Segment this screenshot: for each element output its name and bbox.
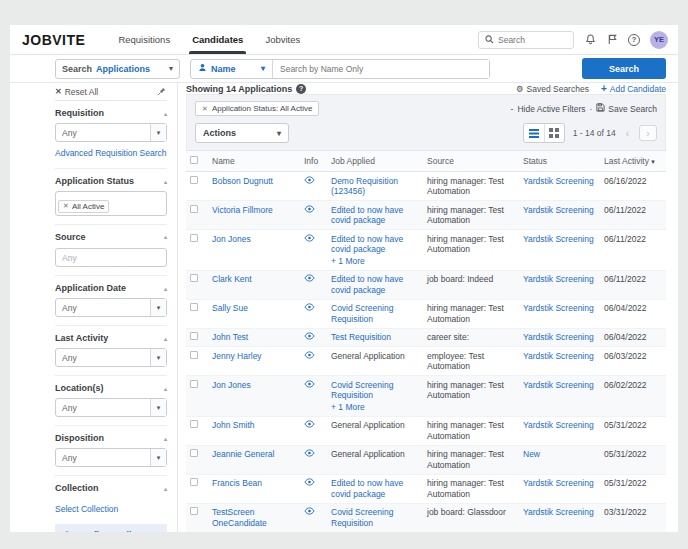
row-checkbox[interactable] bbox=[190, 507, 198, 515]
application-status-chipbox[interactable]: ✕All Active bbox=[55, 191, 167, 216]
info-eye-icon[interactable] bbox=[304, 507, 315, 517]
candidate-name-link[interactable]: TestScreen OneCandidate bbox=[212, 507, 267, 528]
nav-jobvites[interactable]: Jobvites bbox=[254, 25, 311, 54]
add-candidate-link[interactable]: +Add Candidate bbox=[601, 83, 666, 94]
info-eye-icon[interactable] bbox=[304, 420, 315, 430]
info-eye-icon[interactable] bbox=[304, 234, 315, 244]
col-source[interactable]: Source bbox=[423, 151, 519, 172]
select-all-checkbox[interactable] bbox=[190, 156, 198, 164]
actions-dropdown[interactable]: Actions ▾ bbox=[195, 123, 289, 143]
status-link[interactable]: Yardstik Screening bbox=[523, 380, 594, 390]
global-search-input[interactable] bbox=[498, 35, 568, 45]
status-link[interactable]: Yardstik Screening bbox=[523, 234, 594, 244]
job-applied-link[interactable]: Covid Screening Requisition bbox=[331, 380, 419, 401]
job-applied-link[interactable]: Edited to now have covid package bbox=[331, 205, 419, 226]
candidate-name-link[interactable]: Francis Bean bbox=[212, 478, 262, 488]
status-link[interactable]: Yardstik Screening bbox=[523, 351, 594, 361]
info-eye-icon[interactable] bbox=[304, 176, 315, 186]
global-search[interactable] bbox=[478, 31, 574, 49]
job-applied-link[interactable]: Covid Screening Requisition bbox=[331, 303, 419, 324]
configure-filters-button[interactable]: ⚙ Configure Filters bbox=[55, 524, 167, 532]
candidate-name-link[interactable]: Clark Kent bbox=[212, 274, 252, 284]
info-eye-icon[interactable] bbox=[304, 478, 315, 488]
help-icon[interactable]: ? bbox=[296, 84, 306, 94]
row-checkbox[interactable] bbox=[190, 332, 198, 340]
info-eye-icon[interactable] bbox=[304, 205, 315, 215]
collapse-icon[interactable]: ▴ bbox=[164, 335, 167, 342]
collapse-icon[interactable]: ▴ bbox=[164, 485, 167, 492]
row-checkbox[interactable] bbox=[190, 274, 198, 282]
collapse-icon[interactable]: ▴ bbox=[164, 285, 167, 292]
select-collection-link[interactable]: Select Collection bbox=[55, 504, 118, 514]
search-button[interactable]: Search bbox=[582, 58, 666, 79]
nav-candidates[interactable]: Candidates bbox=[181, 25, 254, 54]
saved-searches-link[interactable]: ⚙Saved Searches bbox=[516, 84, 589, 94]
row-checkbox[interactable] bbox=[190, 449, 198, 457]
list-view-button[interactable] bbox=[524, 124, 544, 142]
close-icon[interactable]: ✕ bbox=[63, 202, 69, 210]
job-applied-link[interactable]: Edited to now have covid package bbox=[331, 478, 419, 499]
collapse-icon[interactable]: ▴ bbox=[164, 385, 167, 392]
page-prev-button[interactable]: ‹ bbox=[624, 128, 631, 139]
grid-view-button[interactable] bbox=[544, 124, 564, 142]
candidate-name-link[interactable]: Victoria Fillmore bbox=[212, 205, 273, 215]
status-link[interactable]: Yardstik Screening bbox=[523, 274, 594, 284]
more-jobs-link[interactable]: + 1 More bbox=[331, 402, 419, 413]
advanced-requisition-search-link[interactable]: Advanced Requisition Search bbox=[55, 148, 167, 158]
info-eye-icon[interactable] bbox=[304, 351, 315, 361]
help-icon[interactable]: ? bbox=[628, 34, 640, 46]
source-input[interactable] bbox=[55, 248, 167, 267]
status-link[interactable]: Yardstik Screening bbox=[523, 332, 594, 342]
status-link[interactable]: Yardstik Screening bbox=[523, 205, 594, 215]
row-checkbox[interactable] bbox=[190, 176, 198, 184]
status-link[interactable]: Yardstik Screening bbox=[523, 176, 594, 186]
job-applied-link[interactable]: Test Requisition bbox=[331, 332, 419, 343]
candidate-search-input[interactable] bbox=[273, 60, 489, 78]
row-checkbox[interactable] bbox=[190, 380, 198, 388]
job-applied-link[interactable]: Edited to now have covid package bbox=[331, 274, 419, 295]
collapse-icon[interactable]: ▴ bbox=[164, 178, 167, 185]
candidate-name-link[interactable]: Sally Sue bbox=[212, 303, 248, 313]
candidate-name-link[interactable]: Bobson Dugnutt bbox=[212, 176, 273, 186]
close-icon[interactable]: ✕ bbox=[202, 105, 208, 113]
info-eye-icon[interactable] bbox=[304, 332, 315, 342]
col-name[interactable]: Name bbox=[208, 151, 300, 172]
info-eye-icon[interactable] bbox=[304, 449, 315, 459]
more-jobs-link[interactable]: + 1 More bbox=[331, 256, 419, 267]
col-last-activity[interactable]: Last Activity ▾ bbox=[600, 151, 666, 172]
search-scope-select[interactable]: Search Applications ▾ bbox=[55, 59, 180, 79]
flag-icon[interactable] bbox=[606, 34, 618, 46]
status-link[interactable]: Yardstik Screening bbox=[523, 507, 594, 517]
info-eye-icon[interactable] bbox=[304, 303, 315, 313]
hide-active-filters-link[interactable]: Hide Active Filters bbox=[517, 104, 585, 114]
nav-requisitions[interactable]: Requisitions bbox=[107, 25, 181, 54]
reset-all-link[interactable]: Reset All bbox=[65, 87, 99, 97]
row-checkbox[interactable] bbox=[190, 234, 198, 242]
last-activity-select[interactable]: Any▾ bbox=[55, 348, 167, 367]
candidate-name-link[interactable]: John Test bbox=[212, 332, 248, 342]
row-checkbox[interactable] bbox=[190, 303, 198, 311]
avatar[interactable]: YE bbox=[650, 31, 668, 49]
requisition-select[interactable]: Any▾ bbox=[55, 123, 167, 142]
search-field-selector[interactable]: Name ▾ bbox=[191, 60, 273, 78]
col-status[interactable]: Status bbox=[519, 151, 600, 172]
row-checkbox[interactable] bbox=[190, 420, 198, 428]
candidate-name-link[interactable]: Jon Jones bbox=[212, 380, 251, 390]
candidate-name-link[interactable]: John Smith bbox=[212, 420, 255, 430]
collapse-icon[interactable]: ▴ bbox=[164, 233, 167, 240]
job-applied-link[interactable]: Edited to now have covid package bbox=[331, 234, 419, 255]
info-eye-icon[interactable] bbox=[304, 274, 315, 284]
status-link[interactable]: Yardstik Screening bbox=[523, 420, 594, 430]
application-date-select[interactable]: Any▾ bbox=[55, 298, 167, 317]
row-checkbox[interactable] bbox=[190, 205, 198, 213]
job-applied-link[interactable]: Demo Requisition (123456) bbox=[331, 176, 419, 197]
locations-select[interactable]: Any▾ bbox=[55, 398, 167, 417]
disposition-select[interactable]: Any▾ bbox=[55, 448, 167, 467]
row-checkbox[interactable] bbox=[190, 478, 198, 486]
page-next-button[interactable]: › bbox=[639, 125, 657, 141]
bell-icon[interactable] bbox=[584, 34, 596, 46]
job-applied-link[interactable]: Covid Screening Requisition bbox=[331, 507, 419, 528]
candidate-name-link[interactable]: Jenny Harley bbox=[212, 351, 262, 361]
info-eye-icon[interactable] bbox=[304, 380, 315, 390]
col-job-applied[interactable]: Job Applied bbox=[327, 151, 423, 172]
